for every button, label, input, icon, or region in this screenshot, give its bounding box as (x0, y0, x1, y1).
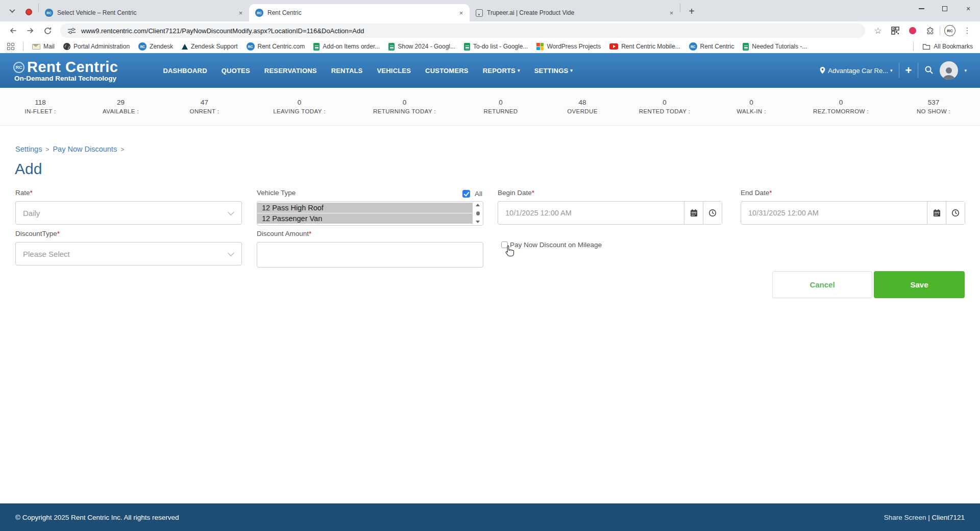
begin-date-calendar-button[interactable] (684, 202, 703, 224)
breadcrumb-pay-now-discounts-link[interactable]: Pay Now Discounts (53, 145, 117, 153)
rc-icon (689, 42, 697, 51)
scroll-up-icon[interactable] (476, 204, 480, 206)
chevron-down-icon: ▾ (890, 68, 893, 73)
apps-grid-icon[interactable] (7, 43, 14, 50)
bookmark-needed-tutorials[interactable]: Needed Tutorials -... (743, 43, 807, 51)
cancel-button[interactable]: Cancel (772, 271, 872, 298)
recorder-extension-button[interactable] (905, 23, 920, 38)
forward-button[interactable] (22, 23, 38, 38)
menu-settings[interactable]: SETTINGS▾ (534, 67, 573, 75)
user-avatar[interactable] (940, 61, 958, 80)
menu-reports[interactable]: REPORTS▾ (483, 67, 520, 75)
scroll-down-icon[interactable] (476, 221, 480, 223)
tab-search-button[interactable] (5, 4, 19, 18)
breadcrumb-settings-link[interactable]: Settings (15, 145, 42, 153)
discount-amount-input[interactable] (257, 242, 483, 268)
browser-toolbar: www9.rentcentric.com/Client7121/PayNowDi… (0, 21, 980, 40)
vehicle-type-listbox[interactable]: 12 Pass High Roof 12 Passenger Van (257, 201, 483, 226)
bookmark-wordpress-projects[interactable]: WordPress Projects (536, 43, 601, 50)
back-button[interactable] (5, 23, 20, 38)
calendar-icon (933, 209, 941, 217)
reload-button[interactable] (40, 23, 55, 38)
maximize-button[interactable] (933, 0, 957, 17)
all-checkbox[interactable] (462, 190, 470, 198)
vehicle-type-option-selected[interactable]: 12 Pass High Roof (257, 203, 473, 213)
minimize-icon (919, 8, 924, 9)
rate-select[interactable]: Daily (15, 201, 242, 225)
rc-icon (247, 42, 255, 51)
qr-extension-button[interactable] (888, 23, 903, 38)
close-tab-icon[interactable]: × (667, 9, 676, 17)
rentcentric-logo[interactable]: RC Rent Centric On-Demand Rental Technol… (13, 59, 118, 82)
bookmark-mail[interactable]: Mail (32, 43, 55, 50)
extensions-button[interactable] (922, 23, 938, 38)
menu-dashboard[interactable]: DASHBOARD (163, 67, 207, 75)
bookmark-show-2024[interactable]: Show 2024 - Googl... (388, 43, 455, 51)
bookmark-rentcentric-com[interactable]: Rent Centric.com (247, 42, 305, 51)
profile-button[interactable]: RC (942, 23, 958, 38)
all-bookmarks-button[interactable]: All Bookmarks (922, 43, 973, 50)
discount-type-select[interactable]: Please Select (15, 242, 242, 266)
discount-type-value: Please Select (23, 250, 70, 258)
close-tab-icon[interactable]: × (236, 9, 245, 17)
vehicle-type-label: Vehicle Type (257, 189, 483, 197)
menu-vehicles[interactable]: VEHICLES (377, 67, 411, 75)
rate-field-group: Rate* Daily (15, 189, 242, 225)
add-button[interactable]: + (905, 65, 912, 76)
stat-rez-tomorrow: 0REZ.TOMORROW : (795, 99, 887, 114)
menu-quotes[interactable]: QUOTES (222, 67, 250, 75)
browser-menu-button[interactable]: ⋮ (960, 23, 975, 38)
menu-rentals[interactable]: RENTALS (331, 67, 363, 75)
bookmark-addon-items[interactable]: Add-on Items order... (313, 43, 380, 51)
tab-rent-centric-active[interactable]: Rent Centric × (249, 4, 470, 21)
tab-trupeer[interactable]: Trupeer.ai | Create Product Vide × (470, 4, 680, 21)
bookmark-label: Needed Tutorials -... (752, 43, 807, 50)
nav-divider (899, 63, 899, 78)
bookmark-zendesk[interactable]: Zendesk (138, 42, 173, 51)
new-tab-button[interactable]: + (684, 4, 699, 18)
end-date-input[interactable]: 10/31/2025 12:00 AM (741, 201, 965, 225)
close-window-button[interactable]: × (957, 0, 980, 17)
bookmark-todo-list[interactable]: To-do list - Google... (464, 43, 528, 51)
bookmark-rent-centric[interactable]: Rent Centric (689, 42, 734, 51)
nav-divider (918, 63, 918, 78)
toolbar-separator (940, 26, 940, 35)
menu-reservations[interactable]: RESERVATIONS (264, 67, 317, 75)
tab-select-vehicle[interactable]: Select Vehicle – Rent Centric × (39, 4, 249, 21)
globe-icon (63, 43, 70, 50)
location-selector[interactable]: Advantage Car Re... ▾ (819, 66, 892, 75)
bookmark-portal-administration[interactable]: Portal Administration (63, 43, 130, 50)
bookmark-star-button[interactable]: ☆ (870, 23, 886, 38)
begin-date-time-button[interactable] (703, 202, 722, 224)
listbox-scrollbar[interactable] (473, 202, 483, 225)
address-bar[interactable]: www9.rentcentric.com/Client7121/PayNowDi… (60, 23, 865, 38)
bookmark-label: To-do list - Google... (473, 43, 528, 50)
end-date-calendar-button[interactable] (927, 202, 946, 224)
sheets-icon (313, 43, 320, 51)
record-dot-icon (909, 27, 916, 34)
bookmark-rentcentric-mobile[interactable]: Rent Centric Mobile... (609, 43, 680, 50)
chevron-down-icon[interactable]: ▾ (964, 68, 967, 73)
search-button[interactable] (924, 65, 934, 76)
stat-returned: 0RETURNED (458, 99, 543, 114)
vehicle-type-option-selected[interactable]: 12 Passenger Van (257, 213, 473, 224)
folder-icon (922, 43, 930, 50)
logo-title: Rent Centric (27, 59, 118, 76)
end-date-time-button[interactable] (946, 202, 965, 224)
clock-icon (708, 209, 717, 217)
bookmark-zendesk-support[interactable]: Zendesk Support (182, 43, 237, 50)
share-screen-link[interactable]: Share Screen (884, 514, 926, 521)
required-marker: * (532, 189, 534, 197)
rate-value: Daily (23, 209, 40, 218)
close-tab-icon[interactable]: × (457, 9, 465, 17)
main-menu: DASHBOARD QUOTES RESERVATIONS RENTALS VE… (163, 67, 573, 75)
save-button[interactable]: Save (874, 271, 965, 298)
minimize-button[interactable] (910, 0, 933, 17)
chevron-down-icon (228, 209, 234, 215)
menu-customers[interactable]: CUSTOMERS (425, 67, 469, 75)
begin-date-input[interactable]: 10/1/2025 12:00 AM (498, 201, 722, 225)
begin-date-value: 10/1/2025 12:00 AM (498, 202, 684, 224)
scroll-thumb[interactable] (476, 211, 480, 215)
rentcentric-favicon-icon (45, 9, 53, 17)
sheets-icon (464, 43, 470, 51)
